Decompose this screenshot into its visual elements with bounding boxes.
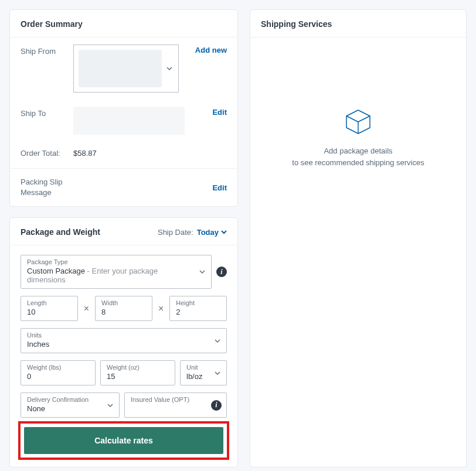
width-input[interactable] — [101, 308, 146, 316]
info-icon[interactable]: i — [211, 400, 222, 411]
delivery-confirmation-select[interactable]: Delivery Confirmation None — [21, 392, 120, 418]
packing-slip-edit-link[interactable]: Edit — [212, 183, 227, 192]
weight-unit-value: lb/oz — [186, 372, 210, 381]
length-input[interactable] — [27, 308, 72, 316]
insured-value-input[interactable] — [131, 404, 206, 413]
length-field[interactable]: Length — [21, 296, 78, 321]
ship-date-value: Today — [197, 228, 219, 237]
times-icon: × — [83, 303, 90, 314]
package-weight-card: Package and Weight Ship Date: Today Pack… — [9, 217, 238, 467]
chevron-down-icon — [166, 66, 172, 71]
height-field[interactable]: Height — [169, 296, 227, 321]
package-weight-title: Package and Weight — [21, 227, 100, 237]
weight-unit-select[interactable]: Unit lb/oz — [180, 360, 227, 385]
ship-date-select[interactable]: Today — [197, 228, 227, 237]
units-select[interactable]: Units Inches — [21, 328, 227, 353]
units-label: Units — [27, 332, 210, 339]
package-type-label: Package Type — [27, 258, 195, 265]
times-icon: × — [157, 303, 165, 314]
insured-value-field[interactable]: Insured Value (OPT) i — [124, 392, 227, 418]
delivery-confirmation-value: None — [27, 404, 103, 413]
order-total-label: Order Total: — [21, 149, 73, 158]
width-label: Width — [101, 299, 146, 306]
delivery-confirmation-label: Delivery Confirmation — [27, 396, 103, 403]
packing-slip-label: Packing Slip Message — [21, 177, 63, 198]
ship-from-redacted — [79, 50, 162, 87]
order-total-value: $58.87 — [73, 149, 97, 158]
units-value: Inches — [27, 340, 210, 349]
chevron-down-icon — [215, 370, 220, 376]
info-icon[interactable]: i — [216, 267, 227, 277]
ship-from-select[interactable] — [73, 45, 179, 93]
ship-from-label: Ship From — [21, 45, 73, 56]
shipping-services-title: Shipping Services — [261, 19, 332, 29]
weight-oz-field[interactable]: Weight (oz) — [100, 360, 175, 385]
weight-lbs-field[interactable]: Weight (lbs) — [21, 360, 96, 385]
add-new-link[interactable]: Add new — [195, 46, 227, 54]
ship-to-redacted — [73, 107, 185, 135]
chevron-down-icon — [215, 338, 220, 344]
package-type-value: Custom Package — [27, 267, 85, 275]
shipping-services-card: Shipping Services Add package details to… — [250, 9, 467, 467]
ship-date-label: Ship Date: — [158, 228, 193, 237]
empty-state-line2: to see recommended shipping services — [292, 157, 424, 169]
chevron-down-icon — [107, 402, 113, 408]
weight-lbs-label: Weight (lbs) — [27, 364, 89, 371]
width-field[interactable]: Width — [95, 296, 152, 321]
weight-oz-label: Weight (oz) — [107, 364, 169, 371]
length-label: Length — [27, 299, 72, 306]
height-label: Height — [176, 299, 220, 306]
height-input[interactable] — [176, 308, 220, 316]
order-summary-card: Order Summary Ship From Add new — [9, 9, 238, 207]
insured-value-label: Insured Value (OPT) — [131, 396, 206, 403]
weight-unit-label: Unit — [186, 364, 210, 371]
package-type-select[interactable]: Package Type Custom Package - Enter your… — [21, 255, 212, 289]
calculate-rates-button[interactable]: Calculate rates — [24, 427, 223, 454]
weight-lbs-input[interactable] — [27, 372, 89, 381]
chevron-down-icon — [221, 229, 227, 235]
ship-to-label: Ship To — [21, 107, 73, 118]
empty-state-line1: Add package details — [292, 145, 424, 157]
order-summary-title: Order Summary — [21, 19, 83, 29]
chevron-down-icon — [199, 269, 205, 275]
weight-oz-input[interactable] — [107, 372, 169, 381]
ship-to-edit-link[interactable]: Edit — [212, 108, 227, 117]
package-box-icon — [344, 108, 372, 136]
calculate-highlight: Calculate rates — [18, 421, 229, 460]
